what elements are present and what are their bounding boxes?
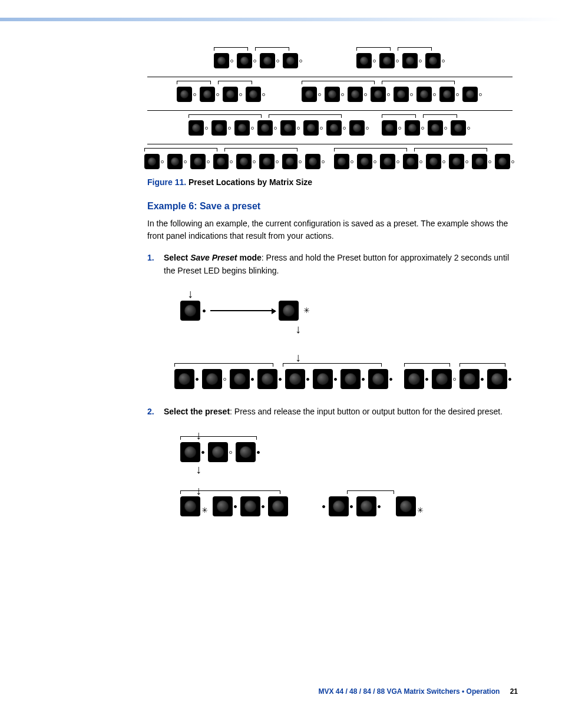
led-indicator: [239, 93, 242, 96]
led-indicator: [373, 160, 376, 163]
led-indicator: [396, 60, 399, 62]
divider: [147, 144, 513, 144]
arrow-down-icon: ↓: [187, 288, 513, 299]
led-indicator: [161, 160, 164, 163]
led-indicator: [387, 93, 390, 96]
panel-button: [428, 120, 443, 136]
led-indicator: [366, 127, 369, 130]
blink-icon: ✳︎: [417, 505, 424, 516]
panel-button: [449, 154, 464, 169]
intro-paragraph: In the following an example, the current…: [147, 218, 513, 242]
panel-button: [283, 53, 298, 68]
panel-button: [425, 53, 441, 68]
led-indicator: [223, 378, 226, 381]
panel-button: [202, 369, 222, 389]
panel-button: [144, 154, 160, 169]
step-lead-mode: Save Preset: [190, 253, 237, 262]
led-indicator: [320, 127, 323, 130]
panel-button: [329, 496, 349, 516]
preset-button: [180, 301, 200, 321]
button-group: [189, 120, 370, 136]
led-indicator: [216, 93, 219, 96]
led-indicator: [262, 505, 265, 508]
panel-button: [211, 120, 227, 136]
led-indicator: [442, 60, 445, 62]
led-indicator: [234, 505, 237, 508]
panel-button: [240, 496, 260, 516]
panel-button: [189, 120, 204, 136]
step-1-diagram: ↓ ✳︎ ↓ ↓: [180, 288, 513, 389]
panel-button: [439, 87, 455, 102]
panel-button: [285, 369, 305, 389]
step-number: 2.: [147, 406, 154, 419]
panel-button: [246, 87, 261, 102]
led-indicator: [230, 160, 233, 163]
panel-button: [340, 369, 361, 389]
led-indicator: [488, 160, 491, 163]
button-group: [214, 53, 303, 68]
led-indicator: [465, 160, 468, 163]
panel-button: [326, 120, 342, 136]
panel-button: [268, 496, 288, 516]
button-group: [174, 369, 394, 389]
step-lead-suffix: mode: [237, 253, 262, 262]
led-indicator: [410, 93, 413, 96]
led-indicator: [203, 309, 206, 312]
panel-button: [382, 120, 397, 136]
panel-button: [302, 87, 317, 102]
panel-button: [462, 87, 478, 102]
panel-button: [356, 496, 376, 516]
led-indicator: [389, 378, 392, 381]
led-indicator: [253, 160, 256, 163]
panel-button: [325, 87, 340, 102]
button-group: [180, 442, 513, 462]
led-indicator: [228, 127, 231, 130]
panel-button: [405, 120, 420, 136]
led-indicator: [511, 160, 514, 163]
led-indicator: [318, 93, 321, 96]
panel-button: [260, 53, 275, 68]
led-indicator: [306, 378, 309, 381]
led-indicator: [341, 93, 344, 96]
panel-button: [495, 154, 510, 169]
panel-button: [303, 120, 319, 136]
led-indicator: [201, 451, 204, 454]
led-indicator: [442, 160, 445, 163]
led-indicator: [419, 60, 422, 62]
panel-button: [214, 53, 229, 68]
led-indicator: [396, 160, 399, 163]
led-indicator: [322, 505, 325, 508]
led-indicator: [467, 127, 470, 130]
led-indicator: [322, 160, 325, 163]
led-indicator: [251, 127, 254, 130]
led-indicator: [419, 160, 422, 163]
figure-caption: Figure 11. Preset Locations by Matrix Si…: [147, 177, 513, 187]
panel-button: [257, 120, 273, 136]
panel-button: [167, 154, 183, 169]
led-indicator: [276, 160, 279, 163]
led-indicator: [433, 93, 436, 96]
step-2-diagram: ↓ ↓ ↓ ✳︎: [180, 429, 513, 516]
panel-button: [403, 154, 418, 169]
figure-title: Preset Locations by Matrix Size: [189, 177, 312, 187]
step-lead: Select the preset: [164, 407, 230, 416]
led-indicator: [274, 127, 277, 130]
panel-button: [259, 154, 275, 169]
panel-button: [174, 369, 194, 389]
led-indicator: [398, 127, 401, 130]
step-1: 1. Select Save Preset mode: Press and ho…: [147, 252, 513, 389]
panel-button: [257, 369, 277, 389]
panel-button: [200, 87, 215, 102]
step-2: 2. Select the preset: Press and release …: [147, 406, 513, 516]
led-indicator: [193, 93, 196, 96]
button-group: [177, 87, 266, 102]
arrow-right-icon: [210, 310, 275, 311]
panel-button: [234, 120, 250, 136]
led-indicator: [453, 378, 456, 381]
led-indicator: [351, 160, 353, 163]
panel-button: [451, 120, 466, 136]
step-lead: Select: [164, 253, 190, 262]
panel-button: [236, 154, 252, 169]
led-indicator: [299, 60, 302, 62]
led-indicator: [421, 127, 424, 130]
